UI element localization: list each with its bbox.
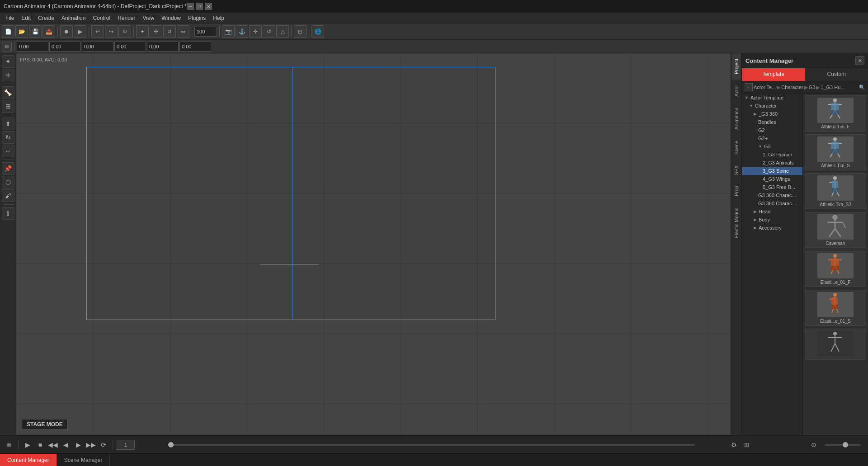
next-frame-button[interactable]: ▶ bbox=[73, 439, 84, 450]
close-button[interactable]: ✕ bbox=[205, 3, 212, 10]
undo-arrow-button[interactable]: ↪ bbox=[105, 25, 118, 38]
bc-g3hu[interactable]: 1_G3 Hu... bbox=[821, 85, 844, 90]
maximize-button[interactable]: □ bbox=[196, 3, 203, 10]
breadcrumb-back-button[interactable]: ← bbox=[745, 83, 753, 91]
z-field[interactable] bbox=[147, 42, 179, 52]
asset-more[interactable] bbox=[805, 329, 866, 360]
move-icon[interactable]: ⬆ bbox=[2, 118, 14, 130]
tree-g3-spine[interactable]: 3_G3 Spine bbox=[742, 167, 802, 175]
cm-tab-template[interactable]: Template bbox=[742, 68, 805, 81]
tab-actor[interactable]: Actor bbox=[732, 80, 741, 102]
layout-button[interactable]: ⊞ bbox=[741, 439, 752, 450]
tree-g3-freeb[interactable]: 5_G3 Free B... bbox=[742, 183, 802, 191]
shape-button[interactable]: △ bbox=[276, 25, 289, 38]
tree-accessory[interactable]: ▶ Accessory bbox=[742, 224, 802, 232]
open-button[interactable]: 📂 bbox=[15, 25, 28, 38]
tree-g3-360-charac-1[interactable]: G3 360 Charac... bbox=[742, 191, 802, 199]
next-keyframe-button[interactable]: ▶▶ bbox=[85, 439, 96, 450]
move-tool[interactable]: ✛ bbox=[150, 25, 162, 38]
tree-character[interactable]: ▼ Character bbox=[742, 102, 802, 110]
y-field[interactable] bbox=[49, 42, 81, 52]
tab-project[interactable]: Project bbox=[732, 53, 741, 80]
save-button[interactable]: 💾 bbox=[29, 25, 42, 38]
go-start-button[interactable]: ⊚ bbox=[4, 439, 14, 450]
transform-icon[interactable]: ✛ bbox=[2, 69, 14, 81]
prev-keyframe-button[interactable]: ◀◀ bbox=[47, 439, 58, 450]
loop-button[interactable]: ⟳ bbox=[98, 439, 109, 450]
play-pause-button[interactable]: ▶ bbox=[22, 439, 33, 450]
tab-prop[interactable]: Prop bbox=[732, 180, 741, 202]
tree-g2[interactable]: G2 bbox=[742, 126, 802, 134]
tree-g3-human[interactable]: 1_G3 Human bbox=[742, 151, 802, 159]
btab-scene-manager[interactable]: Scene Manager bbox=[57, 454, 110, 466]
scale-icon[interactable]: ↔ bbox=[2, 145, 14, 157]
select-tool[interactable]: ✦ bbox=[136, 25, 149, 38]
asset-elastic-s[interactable]: Elasti...e_01_S bbox=[805, 290, 866, 326]
tab-scene[interactable]: Scene bbox=[732, 135, 741, 160]
btab-content-manager[interactable]: Content Manager bbox=[0, 454, 57, 466]
cm-close-button[interactable]: ✕ bbox=[855, 56, 864, 65]
minimize-button[interactable]: ─ bbox=[187, 3, 194, 10]
menu-plugins[interactable]: Plugins bbox=[184, 14, 209, 22]
bc-character[interactable]: Character bbox=[781, 85, 803, 90]
bone-icon[interactable]: 🦴 bbox=[2, 86, 14, 99]
settings-button[interactable]: ⚙ bbox=[729, 439, 740, 450]
cm-search-button[interactable]: 🔍 bbox=[859, 85, 865, 90]
deform-icon[interactable]: ⬡ bbox=[2, 176, 14, 188]
info-icon[interactable]: ℹ bbox=[2, 207, 14, 220]
frame-number-input[interactable] bbox=[117, 440, 135, 450]
rotate-tool[interactable]: ↺ bbox=[163, 25, 176, 38]
tab-sfx[interactable]: SFX bbox=[732, 160, 741, 180]
transform-button[interactable]: ✛ bbox=[249, 25, 262, 38]
menu-help[interactable]: Help bbox=[209, 14, 228, 22]
angle-field[interactable] bbox=[179, 42, 211, 52]
stop-button[interactable]: ■ bbox=[35, 439, 46, 450]
scale-tool[interactable]: ⇔ bbox=[177, 25, 189, 38]
menu-edit[interactable]: Edit bbox=[18, 14, 34, 22]
tree-actor-template[interactable]: ▼ Actor Template bbox=[742, 94, 802, 102]
export-button[interactable]: 📤 bbox=[42, 25, 55, 38]
paint-icon[interactable]: 🖌 bbox=[2, 189, 14, 202]
globe-button[interactable]: 🌐 bbox=[311, 25, 324, 38]
new-button[interactable]: 📄 bbox=[2, 25, 14, 38]
record-button[interactable]: ⏺ bbox=[60, 25, 73, 38]
timeline-thumb[interactable] bbox=[168, 442, 174, 447]
mesh-icon[interactable]: ⊞ bbox=[2, 100, 14, 113]
bc-actor-template[interactable]: Actor Te... bbox=[754, 85, 776, 90]
tree-g3-360-charac-2[interactable]: G3 360 Charac... bbox=[742, 199, 802, 207]
camera-button[interactable]: 📷 bbox=[222, 25, 235, 38]
bc-g3[interactable]: G3 bbox=[809, 85, 816, 90]
menu-file[interactable]: File bbox=[2, 14, 18, 22]
mini-timeline[interactable] bbox=[825, 444, 861, 446]
undo-button[interactable]: ↩ bbox=[91, 25, 104, 38]
anchor-button[interactable]: ⚓ bbox=[236, 25, 248, 38]
play-button[interactable]: ▶ bbox=[74, 25, 86, 38]
rotate-icon[interactable]: ↻ bbox=[2, 131, 14, 144]
menu-view[interactable]: View bbox=[139, 14, 158, 22]
timeline-track[interactable] bbox=[168, 444, 695, 446]
tree-g3-wings[interactable]: 4_G3 Wings bbox=[742, 175, 802, 183]
tree-g3[interactable]: ▼ G3 bbox=[742, 142, 802, 151]
w-field[interactable] bbox=[82, 42, 113, 52]
tree-g3-360[interactable]: ▶ _G3 360 bbox=[742, 110, 802, 118]
timeline-button[interactable]: ⊟ bbox=[294, 25, 307, 38]
frame-input[interactable] bbox=[194, 27, 217, 37]
reset-button[interactable]: ↺ bbox=[263, 25, 275, 38]
asset-athletic-tim-f[interactable]: Athletic Tim_F bbox=[805, 95, 866, 132]
h-field[interactable] bbox=[114, 42, 146, 52]
menu-control[interactable]: Control bbox=[89, 14, 114, 22]
go-end-button[interactable]: ⊙ bbox=[808, 439, 819, 450]
prev-frame-button[interactable]: ◀ bbox=[60, 439, 71, 450]
asset-athletic-tim-s[interactable]: Athletic Tim_S bbox=[805, 134, 866, 170]
mini-timeline-thumb[interactable] bbox=[843, 442, 848, 447]
menu-animation[interactable]: Animation bbox=[58, 14, 89, 22]
tree-g2plus[interactable]: G2+ bbox=[742, 134, 802, 142]
tree-head[interactable]: ▶ Head bbox=[742, 207, 802, 216]
cm-tab-custom[interactable]: Custom bbox=[805, 68, 868, 81]
asset-caveman[interactable]: Caveman bbox=[805, 212, 866, 248]
pin-icon[interactable]: 📌 bbox=[2, 162, 14, 175]
redo-button[interactable]: ↻ bbox=[118, 25, 131, 38]
x-field[interactable] bbox=[17, 42, 48, 52]
selection-tool-icon[interactable]: ✦ bbox=[2, 55, 14, 68]
tree-bendies[interactable]: Bendies bbox=[742, 118, 802, 126]
